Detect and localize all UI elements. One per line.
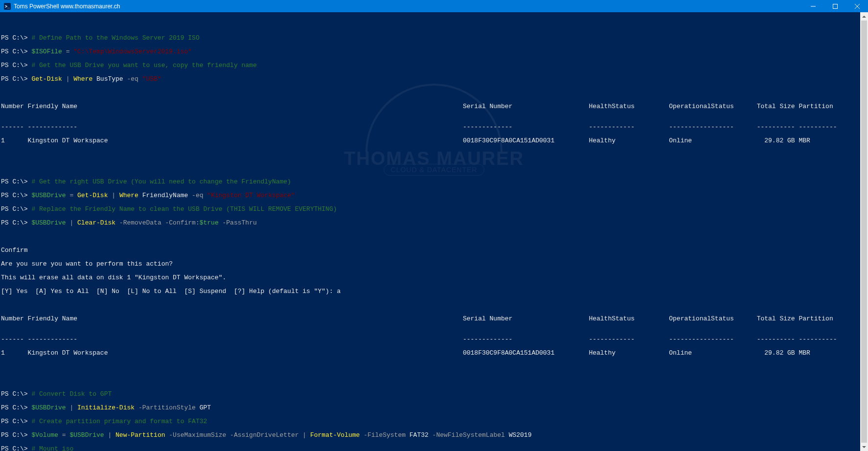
confirm-prompt: [Y] Yes [A] Yes to All [N] No [L] No to … — [1, 288, 868, 295]
terminal-pane[interactable]: THOMAS MAURER CLOUD & DATACENTER PS C:\>… — [0, 12, 868, 451]
blank-line — [1, 363, 868, 370]
confirm-prompt: This will erase all data on disk 1 "King… — [1, 274, 868, 281]
window-controls — [802, 0, 868, 12]
title-bar-left: >_ Toms PowerShell www.thomasmaurer.ch — [4, 3, 120, 10]
blank-line — [1, 377, 868, 384]
scroll-up-button[interactable] — [860, 12, 868, 21]
confirm-prompt: Are you sure you want to perform this ac… — [1, 261, 868, 268]
scrollbar-track[interactable] — [860, 21, 868, 443]
powershell-icon: >_ — [4, 3, 11, 10]
terminal-line: PS C:\> $USBDrive | Initialize-Disk -Par… — [1, 405, 868, 411]
blank-line — [1, 165, 868, 172]
vertical-scrollbar[interactable] — [860, 12, 868, 451]
blank-line — [1, 302, 868, 309]
maximize-button[interactable] — [824, 0, 846, 12]
table-separator: ------ ------------- ------------- -----… — [1, 336, 868, 343]
window-title: Toms PowerShell www.thomasmaurer.ch — [14, 3, 120, 10]
table-row: 1 Kingston DT Workspace 0018F30C9F8A0CA1… — [1, 137, 868, 144]
blank-line — [1, 233, 868, 240]
scroll-down-button[interactable] — [860, 443, 868, 451]
terminal-line: PS C:\> # Convert Disk to GPT — [1, 391, 868, 398]
table-row: 1 Kingston DT Workspace 0018F30C9F8A0CA1… — [1, 350, 868, 357]
table-header: Number Friendly Name Serial Number Healt… — [1, 103, 868, 117]
blank-line — [1, 90, 868, 96]
terminal-line: PS C:\> # Create partition primary and f… — [1, 418, 868, 425]
terminal-line: PS C:\> # Get the right USB Drive (You w… — [1, 179, 868, 185]
terminal-line: PS C:\> $Volume = $USBDrive | New-Partit… — [1, 432, 868, 439]
terminal-line: PS C:\> # Get the USB Drive you want to … — [1, 62, 868, 69]
terminal-line: PS C:\> $ISOFile = "C:\Temp\WindowsServe… — [1, 48, 868, 55]
terminal-line: PS C:\> # Define Path to the Windows Ser… — [1, 35, 868, 42]
chevron-down-icon — [862, 446, 866, 448]
table-separator: ------ ------------- ------------- -----… — [1, 124, 868, 131]
terminal-line: PS C:\> # Replace the Friendly Name to c… — [1, 206, 868, 213]
title-bar[interactable]: >_ Toms PowerShell www.thomasmaurer.ch — [0, 0, 868, 12]
svg-rect-1 — [833, 4, 837, 8]
terminal-line: PS C:\> # Mount iso — [1, 446, 868, 451]
terminal-line: PS C:\> $USBDrive | Clear-Disk -RemoveDa… — [1, 220, 868, 226]
confirm-prompt: Confirm — [1, 247, 868, 254]
table-header: Number Friendly Name Serial Number Healt… — [1, 316, 868, 329]
scrollbar-thumb[interactable] — [861, 21, 867, 443]
terminal-line: PS C:\> Get-Disk | Where BusType -eq "US… — [1, 76, 868, 83]
minimize-button[interactable] — [802, 0, 824, 12]
terminal-line: PS C:\> $USBDrive = Get-Disk | Where Fri… — [1, 192, 868, 199]
blank-line — [1, 151, 868, 158]
close-button[interactable] — [846, 0, 868, 12]
chevron-up-icon — [862, 16, 866, 18]
